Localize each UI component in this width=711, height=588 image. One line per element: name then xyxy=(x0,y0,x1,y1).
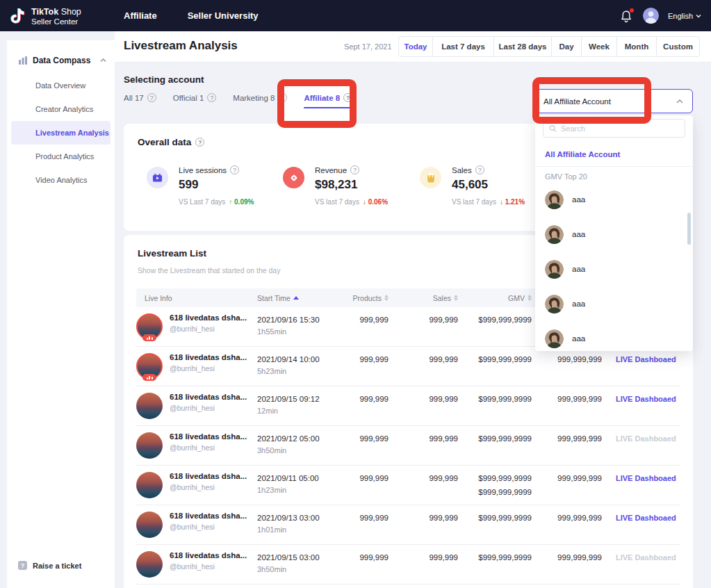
chevron-up-icon xyxy=(100,58,106,63)
livestream-thumbnail xyxy=(136,393,163,419)
gmv-cell: $999,999,9999$999,999,9999 xyxy=(458,466,532,505)
revenue-icon xyxy=(283,167,304,188)
account-option[interactable]: aaa xyxy=(535,217,693,252)
help-icon[interactable] xyxy=(343,93,352,102)
live-dashboard-link[interactable]: LIVE Dashboaed xyxy=(602,386,680,425)
live-info-cell: 618 livedatas dsha...@burrihi_hesi xyxy=(136,347,257,386)
metric-value: $98,231 xyxy=(315,178,388,192)
affiliate-account-select[interactable]: All Affiliate Account xyxy=(534,89,693,113)
tab-all[interactable]: All 17 xyxy=(124,93,156,108)
help-icon[interactable] xyxy=(230,165,239,174)
change-down: ↓ 1.21% xyxy=(500,198,525,206)
sidebar-item-video-analytics[interactable]: Video Analytics xyxy=(7,168,115,192)
viewers-cell: 999,999,999 xyxy=(532,545,602,584)
range-custom[interactable]: Custom xyxy=(656,36,700,57)
gmv-cell: $999,999,9999 xyxy=(458,426,532,465)
metric-label: Sales xyxy=(452,165,525,174)
live-indicator-icon xyxy=(142,334,156,341)
livestream-title: 618 livedatas dsha... xyxy=(170,432,247,441)
selected-account-label: All Affiliate Account xyxy=(544,97,611,106)
col-start-time[interactable]: Start Time xyxy=(257,294,352,302)
products-cell: 999,999 xyxy=(352,307,389,346)
livestream-thumbnail xyxy=(136,472,163,498)
help-icon[interactable] xyxy=(147,93,156,102)
bar-chart-icon xyxy=(18,56,28,65)
sidebar-item-creator-analytics[interactable]: Creator Analytics xyxy=(7,97,115,121)
shopping-bag-icon xyxy=(420,167,441,188)
sidebar-section-data-compass[interactable]: Data Compass xyxy=(7,40,115,74)
col-products[interactable]: Products xyxy=(352,294,389,302)
range-today[interactable]: Today xyxy=(398,36,433,57)
overall-data-title: Overall data xyxy=(138,137,204,147)
livestream-handle: @burrihi_hesi xyxy=(170,562,247,571)
live-dashboard-link[interactable]: LIVE Dashboaed xyxy=(602,505,680,544)
tab-official[interactable]: Official 1 xyxy=(173,93,217,108)
account-option[interactable]: aaa xyxy=(535,286,693,321)
tab-marketing[interactable]: Marketing 8 xyxy=(233,93,287,108)
live-dashboard-link[interactable]: LIVE Dashboaed xyxy=(602,466,680,505)
sidebar-item-product-analytics[interactable]: Product Analytics xyxy=(7,145,115,168)
help-icon[interactable] xyxy=(350,165,359,174)
viewers-cell: 999,999,999 xyxy=(532,505,602,544)
range-last-7-days[interactable]: Last 7 days xyxy=(432,36,494,57)
sidebar-item-data-overview[interactable]: Data Overview xyxy=(7,74,115,97)
range-last-28-days[interactable]: Last 28 days xyxy=(493,36,552,57)
logo-suffix: Shop xyxy=(61,7,81,17)
livestream-title: 618 livedatas dsha... xyxy=(170,472,247,480)
table-row[interactable]: 618 livedatas dsha...@burrihi_hesi 2021/… xyxy=(136,426,680,466)
metric-label: Live sessions xyxy=(179,165,254,174)
account-avatar xyxy=(545,295,564,313)
products-cell: 999,999 xyxy=(352,466,389,505)
table-row[interactable]: 618 livedatas dsha...@burrihi_hesi 2021/… xyxy=(136,545,680,585)
col-gmv[interactable]: GMV xyxy=(458,294,532,302)
livestream-handle: @burrihi_hesi xyxy=(170,523,247,531)
account-option[interactable]: aaa xyxy=(535,252,693,286)
option-all-affiliate-account[interactable]: All Affiliate Account xyxy=(535,143,693,167)
sales-cell: 999,999 xyxy=(389,386,458,425)
notification-bell-icon[interactable] xyxy=(620,9,634,23)
change-down: ↓ 0.06% xyxy=(363,198,388,206)
change-up: ↑ 0.09% xyxy=(229,198,254,206)
tab-affiliate-label: Affiliate 8 xyxy=(304,94,340,102)
nav-seller-university[interactable]: Seller University xyxy=(188,10,259,21)
range-month[interactable]: Month xyxy=(616,36,657,57)
page-title: Livestream Analysis xyxy=(124,39,238,53)
range-day[interactable]: Day xyxy=(551,36,582,57)
account-search-box[interactable] xyxy=(543,119,685,138)
user-avatar[interactable] xyxy=(643,8,659,24)
account-avatar xyxy=(545,190,564,209)
gmv-cell: $999,999,9999 xyxy=(458,347,532,386)
livestream-title: 618 livedatas dsha... xyxy=(170,551,247,560)
account-option[interactable]: aaa xyxy=(535,182,693,217)
start-time-cell: 2021/09/16 15:301h55min xyxy=(257,307,352,346)
sales-cell: 999,999 xyxy=(389,466,458,505)
nav-affiliate[interactable]: Affiliate xyxy=(124,10,157,21)
account-option[interactable]: aaa xyxy=(535,321,693,356)
search-input[interactable] xyxy=(561,124,679,133)
raise-a-ticket[interactable]: ? Raise a ticket xyxy=(18,561,81,570)
products-cell: 999,999 xyxy=(352,386,389,425)
language-label: English xyxy=(668,12,693,20)
start-time-cell: 2021/09/15 09:1212min xyxy=(257,386,352,425)
dropdown-scrollbar[interactable] xyxy=(687,213,691,245)
notification-dot xyxy=(630,8,634,13)
language-selector[interactable]: English xyxy=(668,12,701,20)
col-sales[interactable]: Sales xyxy=(389,294,458,302)
tab-marketing-label: Marketing 8 xyxy=(233,94,275,102)
logo-text: TikTok Shop Seller Center xyxy=(31,5,81,26)
help-icon[interactable] xyxy=(475,165,484,174)
help-icon[interactable] xyxy=(195,138,204,147)
livestream-handle: @burrihi_hesi xyxy=(170,325,247,333)
range-week[interactable]: Week xyxy=(581,36,617,57)
table-row[interactable]: 618 livedatas dsha...@burrihi_hesi 2021/… xyxy=(136,466,680,505)
sidebar-section-label: Data Compass xyxy=(33,56,90,65)
tab-affiliate[interactable]: Affiliate 8 xyxy=(304,93,352,108)
help-icon[interactable] xyxy=(278,93,287,102)
metric-live-sessions: Live sessions 599 VS Last 7 days ↑ 0.09% xyxy=(147,165,254,206)
tiktok-shop-logo[interactable]: TikTok Shop Seller Center xyxy=(0,5,81,26)
help-icon[interactable] xyxy=(207,93,216,102)
table-row[interactable]: 618 livedatas dsha...@burrihi_hesi 2021/… xyxy=(136,386,680,426)
sidebar-item-livestream-analysis[interactable]: Livestream Analysis xyxy=(11,121,111,145)
viewers-cell: 999,999,999 xyxy=(532,426,602,465)
table-row[interactable]: 618 livedatas dsha...@burrihi_hesi 2021/… xyxy=(136,505,680,545)
